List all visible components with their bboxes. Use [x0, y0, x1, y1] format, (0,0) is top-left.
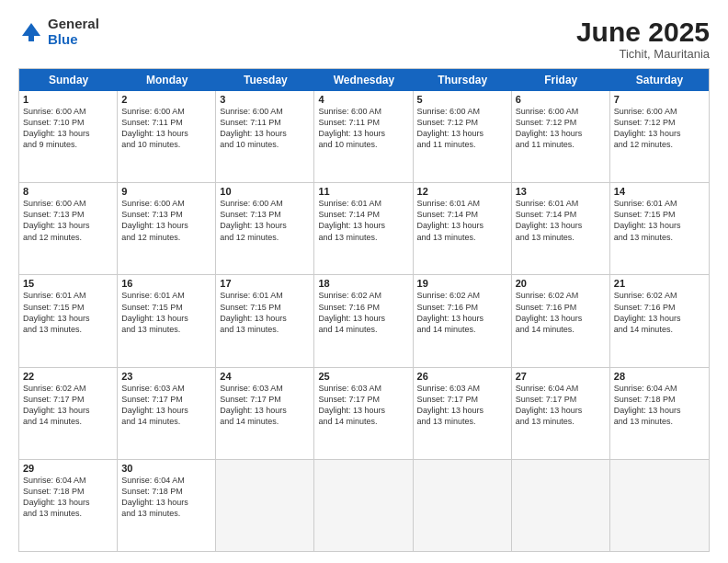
cell-info: Sunrise: 6:00 AM Sunset: 7:11 PM Dayligh…	[220, 106, 310, 151]
logo: General Blue	[18, 17, 99, 47]
cell-info: Sunrise: 6:00 AM Sunset: 7:12 PM Dayligh…	[614, 106, 705, 151]
calendar-row-0: 1Sunrise: 6:00 AM Sunset: 7:10 PM Daylig…	[19, 91, 709, 183]
cal-cell	[216, 460, 314, 551]
cell-info: Sunrise: 6:03 AM Sunset: 7:17 PM Dayligh…	[417, 383, 507, 428]
cell-info: Sunrise: 6:04 AM Sunset: 7:18 PM Dayligh…	[121, 475, 211, 520]
cal-cell: 18Sunrise: 6:02 AM Sunset: 7:16 PM Dayli…	[314, 275, 413, 366]
cell-info: Sunrise: 6:00 AM Sunset: 7:11 PM Dayligh…	[121, 106, 211, 151]
cell-info: Sunrise: 6:00 AM Sunset: 7:12 PM Dayligh…	[417, 106, 507, 151]
cell-info: Sunrise: 6:00 AM Sunset: 7:10 PM Dayligh…	[23, 106, 113, 151]
day-number: 17	[220, 278, 310, 289]
cell-info: Sunrise: 6:02 AM Sunset: 7:16 PM Dayligh…	[614, 290, 705, 335]
cal-cell: 1Sunrise: 6:00 AM Sunset: 7:10 PM Daylig…	[19, 91, 118, 182]
day-number: 2	[121, 94, 211, 105]
cell-info: Sunrise: 6:01 AM Sunset: 7:14 PM Dayligh…	[318, 198, 408, 243]
cell-info: Sunrise: 6:03 AM Sunset: 7:17 PM Dayligh…	[220, 383, 310, 428]
cal-cell: 16Sunrise: 6:01 AM Sunset: 7:15 PM Dayli…	[118, 275, 216, 366]
logo-blue: Blue	[48, 32, 99, 48]
header-day-tuesday: Tuesday	[216, 69, 314, 91]
day-number: 15	[23, 278, 113, 289]
header-day-monday: Monday	[118, 69, 216, 91]
calendar: SundayMondayTuesdayWednesdayThursdayFrid…	[18, 68, 710, 552]
day-number: 19	[417, 278, 507, 289]
cell-info: Sunrise: 6:02 AM Sunset: 7:17 PM Dayligh…	[23, 383, 113, 428]
logo-icon	[18, 19, 44, 45]
cal-cell: 17Sunrise: 6:01 AM Sunset: 7:15 PM Dayli…	[216, 275, 314, 366]
header-day-wednesday: Wednesday	[314, 69, 413, 91]
cal-cell: 2Sunrise: 6:00 AM Sunset: 7:11 PM Daylig…	[118, 91, 216, 182]
cell-info: Sunrise: 6:01 AM Sunset: 7:15 PM Dayligh…	[614, 198, 705, 243]
day-number: 11	[318, 186, 408, 197]
day-number: 24	[220, 371, 310, 382]
cal-cell: 7Sunrise: 6:00 AM Sunset: 7:12 PM Daylig…	[610, 91, 709, 182]
cal-cell: 3Sunrise: 6:00 AM Sunset: 7:11 PM Daylig…	[216, 91, 314, 182]
cal-cell: 27Sunrise: 6:04 AM Sunset: 7:17 PM Dayli…	[512, 368, 610, 459]
cal-cell: 30Sunrise: 6:04 AM Sunset: 7:18 PM Dayli…	[118, 460, 216, 551]
cal-cell: 11Sunrise: 6:01 AM Sunset: 7:14 PM Dayli…	[314, 183, 413, 274]
header: General Blue June 2025 Tichit, Mauritani…	[18, 17, 710, 61]
day-number: 25	[318, 371, 408, 382]
cell-info: Sunrise: 6:00 AM Sunset: 7:13 PM Dayligh…	[220, 198, 310, 243]
header-day-sunday: Sunday	[19, 69, 118, 91]
day-number: 14	[614, 186, 705, 197]
cell-info: Sunrise: 6:02 AM Sunset: 7:16 PM Dayligh…	[417, 290, 507, 335]
calendar-row-3: 22Sunrise: 6:02 AM Sunset: 7:17 PM Dayli…	[19, 368, 709, 460]
day-number: 21	[614, 278, 705, 289]
cal-cell: 28Sunrise: 6:04 AM Sunset: 7:18 PM Dayli…	[610, 368, 709, 459]
location: Tichit, Mauritania	[576, 47, 710, 61]
day-number: 28	[614, 371, 705, 382]
cell-info: Sunrise: 6:01 AM Sunset: 7:15 PM Dayligh…	[23, 290, 113, 335]
cal-cell: 29Sunrise: 6:04 AM Sunset: 7:18 PM Dayli…	[19, 460, 118, 551]
cell-info: Sunrise: 6:00 AM Sunset: 7:13 PM Dayligh…	[23, 198, 113, 243]
cell-info: Sunrise: 6:02 AM Sunset: 7:16 PM Dayligh…	[318, 290, 408, 335]
page: General Blue June 2025 Tichit, Mauritani…	[0, 0, 728, 563]
day-number: 22	[23, 371, 113, 382]
day-number: 20	[516, 278, 606, 289]
day-number: 5	[417, 94, 507, 105]
cal-cell: 9Sunrise: 6:00 AM Sunset: 7:13 PM Daylig…	[118, 183, 216, 274]
day-number: 10	[220, 186, 310, 197]
header-day-friday: Friday	[512, 69, 610, 91]
day-number: 8	[23, 186, 113, 197]
cell-info: Sunrise: 6:01 AM Sunset: 7:15 PM Dayligh…	[121, 290, 211, 335]
day-number: 16	[121, 278, 211, 289]
day-number: 30	[121, 463, 211, 474]
day-number: 13	[516, 186, 606, 197]
day-number: 27	[516, 371, 606, 382]
cell-info: Sunrise: 6:04 AM Sunset: 7:17 PM Dayligh…	[516, 383, 606, 428]
cal-cell: 12Sunrise: 6:01 AM Sunset: 7:14 PM Dayli…	[414, 183, 512, 274]
cell-info: Sunrise: 6:04 AM Sunset: 7:18 PM Dayligh…	[23, 475, 113, 520]
cal-cell: 15Sunrise: 6:01 AM Sunset: 7:15 PM Dayli…	[19, 275, 118, 366]
cal-cell: 6Sunrise: 6:00 AM Sunset: 7:12 PM Daylig…	[512, 91, 610, 182]
cell-info: Sunrise: 6:03 AM Sunset: 7:17 PM Dayligh…	[318, 383, 408, 428]
cell-info: Sunrise: 6:01 AM Sunset: 7:14 PM Dayligh…	[417, 198, 507, 243]
svg-marker-0	[22, 23, 40, 36]
cal-cell	[610, 460, 709, 551]
day-number: 7	[614, 94, 705, 105]
cal-cell: 24Sunrise: 6:03 AM Sunset: 7:17 PM Dayli…	[216, 368, 314, 459]
cell-info: Sunrise: 6:00 AM Sunset: 7:13 PM Dayligh…	[121, 198, 211, 243]
cal-cell	[512, 460, 610, 551]
calendar-body: 1Sunrise: 6:00 AM Sunset: 7:10 PM Daylig…	[19, 91, 709, 551]
calendar-row-2: 15Sunrise: 6:01 AM Sunset: 7:15 PM Dayli…	[19, 275, 709, 367]
day-number: 23	[121, 371, 211, 382]
calendar-header: SundayMondayTuesdayWednesdayThursdayFrid…	[19, 69, 709, 91]
day-number: 12	[417, 186, 507, 197]
cal-cell: 5Sunrise: 6:00 AM Sunset: 7:12 PM Daylig…	[414, 91, 512, 182]
svg-rect-1	[28, 36, 34, 41]
cell-info: Sunrise: 6:00 AM Sunset: 7:12 PM Dayligh…	[516, 106, 606, 151]
logo-text: General Blue	[48, 17, 99, 47]
cal-cell: 19Sunrise: 6:02 AM Sunset: 7:16 PM Dayli…	[414, 275, 512, 366]
cal-cell: 25Sunrise: 6:03 AM Sunset: 7:17 PM Dayli…	[314, 368, 413, 459]
cal-cell: 8Sunrise: 6:00 AM Sunset: 7:13 PM Daylig…	[19, 183, 118, 274]
cal-cell	[414, 460, 512, 551]
cal-cell: 26Sunrise: 6:03 AM Sunset: 7:17 PM Dayli…	[414, 368, 512, 459]
logo-general: General	[48, 17, 99, 32]
header-day-saturday: Saturday	[610, 69, 709, 91]
cell-info: Sunrise: 6:03 AM Sunset: 7:17 PM Dayligh…	[121, 383, 211, 428]
cell-info: Sunrise: 6:04 AM Sunset: 7:18 PM Dayligh…	[614, 383, 705, 428]
cal-cell: 14Sunrise: 6:01 AM Sunset: 7:15 PM Dayli…	[610, 183, 709, 274]
cell-info: Sunrise: 6:00 AM Sunset: 7:11 PM Dayligh…	[318, 106, 408, 151]
day-number: 18	[318, 278, 408, 289]
calendar-row-1: 8Sunrise: 6:00 AM Sunset: 7:13 PM Daylig…	[19, 183, 709, 275]
